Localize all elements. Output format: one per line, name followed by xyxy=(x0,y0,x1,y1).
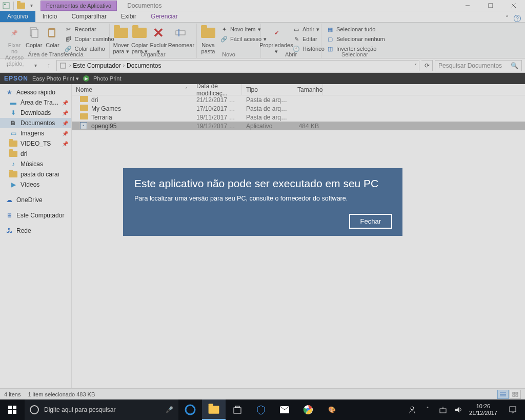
col-name[interactable]: Nome˄ xyxy=(72,84,192,95)
ribbon-collapse-icon[interactable]: ˄ xyxy=(506,15,509,22)
select-all-button[interactable]: ▦Selecionar tudo xyxy=(325,25,387,34)
paste-button[interactable]: Colar xyxy=(44,25,60,48)
sidebar-item-network[interactable]: 🖧Rede xyxy=(0,226,71,236)
tab-manage[interactable]: Gerenciar xyxy=(144,11,185,22)
sort-asc-icon: ˄ xyxy=(185,87,188,92)
taskbar-search[interactable]: Digite aqui para pesquisar 🎤 xyxy=(25,399,178,420)
sidebar-item-videos[interactable]: ▶Vídeos xyxy=(0,179,71,190)
file-row[interactable]: My Games17/10/2017 13:27Pasta de arquivo… xyxy=(72,104,525,113)
sidebar-item-video-ts[interactable]: VIDEO_TS📌 xyxy=(0,138,71,149)
rename-button[interactable]: Renomear xyxy=(169,25,193,48)
dialog-title: Este aplicativo não pode ser executado e… xyxy=(134,177,391,190)
file-row[interactable]: ▪opengl9519/12/2017 13:08Aplicativo484 K… xyxy=(72,122,525,130)
taskbar-security-icon[interactable] xyxy=(249,399,273,420)
delete-button[interactable]: ✕Excluir ▾ xyxy=(150,25,167,54)
sidebar-item-downloads[interactable]: ⬇Downloads📌 xyxy=(0,108,71,118)
svg-rect-3 xyxy=(489,4,493,8)
taskbar-apps: 🎨 xyxy=(178,399,344,420)
new-folder-icon[interactable] xyxy=(17,2,25,10)
file-name: Terraria xyxy=(91,114,112,121)
minimize-button[interactable] xyxy=(456,0,479,11)
breadcrumb[interactable]: › Este Computador › Documentos ˅ xyxy=(56,60,419,71)
sidebar-item-dri[interactable]: dri xyxy=(0,149,71,159)
sidebar-item-desktop[interactable]: ▬Área de Trabalho📌 xyxy=(0,97,71,108)
properties-button[interactable]: ✔Propriedades ▾ xyxy=(264,25,289,54)
tray-overflow-icon[interactable]: ˄ xyxy=(423,405,432,414)
sidebar-item-onedrive[interactable]: ☁OneDrive xyxy=(0,195,71,205)
tab-view[interactable]: Exibir xyxy=(114,11,144,22)
search-icon: 🔍 xyxy=(511,62,518,69)
app-icon: ▪ xyxy=(80,122,88,130)
cut-button[interactable]: ✂Recortar xyxy=(63,25,115,34)
content-area: ★Acesso rápido ▬Área de Trabalho📌 ⬇Downl… xyxy=(0,84,525,388)
taskbar-chrome-icon[interactable] xyxy=(296,399,320,420)
breadcrumb-current[interactable]: Documentos xyxy=(127,62,161,69)
col-size[interactable]: Tamanho xyxy=(293,84,323,95)
file-row[interactable]: Terraria19/11/2017 13:54Pasta de arquivo… xyxy=(72,113,525,122)
search-placeholder: Pesquisar Documentos xyxy=(438,62,502,69)
svg-rect-20 xyxy=(8,406,12,409)
cortana-icon xyxy=(30,405,39,414)
folder-icon xyxy=(9,139,17,148)
move-to-button[interactable]: Mover para ▾ xyxy=(113,25,129,54)
copy-button[interactable]: Copiar xyxy=(26,25,42,48)
tray-network-icon[interactable] xyxy=(438,405,448,414)
maximize-button[interactable] xyxy=(479,0,502,11)
network-icon: 🖧 xyxy=(5,227,13,235)
properties-icon[interactable] xyxy=(2,2,10,10)
sidebar-item-this-pc[interactable]: 🖥Este Computador xyxy=(0,210,71,221)
view-details-button[interactable] xyxy=(497,390,509,399)
taskbar-edge-icon[interactable] xyxy=(178,399,202,420)
mic-icon[interactable]: 🎤 xyxy=(166,406,173,413)
epson-app-label[interactable]: Easy Photo Print ▾ xyxy=(32,75,79,82)
tray-notifications-icon[interactable] xyxy=(503,399,522,420)
taskbar-paint-icon[interactable]: 🎨 xyxy=(320,399,344,420)
new-folder-button[interactable]: Nova pasta xyxy=(200,25,216,54)
svg-rect-11 xyxy=(178,29,179,36)
cloud-icon: ☁ xyxy=(5,196,13,204)
refresh-button[interactable]: ⟳ xyxy=(421,60,433,71)
tray-volume-icon[interactable] xyxy=(454,405,463,414)
copy-to-button[interactable]: Copiar para ▾ xyxy=(131,25,148,54)
epson-action-label[interactable]: Photo Print xyxy=(93,75,121,82)
tab-home[interactable]: Início xyxy=(35,11,65,22)
edit-button[interactable]: ✎Editar xyxy=(291,34,326,44)
taskbar-search-placeholder: Digite aqui para pesquisar xyxy=(44,406,115,413)
svg-rect-1 xyxy=(4,4,6,5)
close-button[interactable] xyxy=(502,0,525,11)
file-type: Pasta de arquivos xyxy=(242,96,293,104)
col-date[interactable]: Data de modificaç... xyxy=(192,84,242,95)
sidebar-item-music[interactable]: ♪Músicas xyxy=(0,159,71,169)
forward-button[interactable]: → xyxy=(16,60,28,71)
sidebar-item-images[interactable]: ▭Imagens📌 xyxy=(0,128,71,138)
photo-print-icon[interactable]: ▶ xyxy=(83,75,89,82)
view-thumbnails-button[interactable] xyxy=(510,390,521,399)
sidebar-item-pasta[interactable]: pasta do carai xyxy=(0,169,71,179)
dialog-close-button[interactable]: Fechar xyxy=(349,214,392,229)
tray-people-icon[interactable] xyxy=(408,405,417,414)
sidebar-item-documents[interactable]: 🗎Documentos📌 xyxy=(0,118,71,128)
file-date: 19/12/2017 13:08 xyxy=(192,123,242,130)
file-row[interactable]: dri21/12/2017 10:03Pasta de arquivos xyxy=(72,95,525,104)
start-button[interactable] xyxy=(0,399,25,420)
help-icon[interactable]: ? xyxy=(514,15,521,22)
file-name: dri xyxy=(91,96,98,104)
taskbar-explorer-icon[interactable] xyxy=(202,399,226,420)
tab-file[interactable]: Arquivo xyxy=(0,11,35,22)
file-date: 19/11/2017 13:54 xyxy=(192,114,242,121)
chevron-right-icon[interactable]: › xyxy=(123,63,125,68)
taskbar-store-icon[interactable] xyxy=(226,399,249,420)
qat-dropdown-icon[interactable]: ▾ xyxy=(27,2,35,10)
search-input[interactable]: Pesquisar Documentos 🔍 xyxy=(435,60,522,71)
group-select-label: Selecionar xyxy=(321,51,388,57)
tray-clock[interactable]: 10:26 21/12/2017 xyxy=(469,403,497,416)
col-type[interactable]: Tipo xyxy=(242,84,293,95)
select-none-button[interactable]: ▢Selecionar nenhum xyxy=(325,34,387,44)
breadcrumb-dropdown-icon[interactable]: ˅ xyxy=(414,63,417,68)
copy-path-button[interactable]: 🗐Copiar caminho xyxy=(63,34,115,44)
taskbar-mail-icon[interactable] xyxy=(273,399,296,420)
sidebar-item-quick-access[interactable]: ★Acesso rápido xyxy=(0,87,71,97)
open-button[interactable]: ▭Abrir ▾ xyxy=(291,25,326,34)
file-type: Pasta de arquivos xyxy=(242,114,293,121)
tab-share[interactable]: Compartilhar xyxy=(64,11,114,22)
